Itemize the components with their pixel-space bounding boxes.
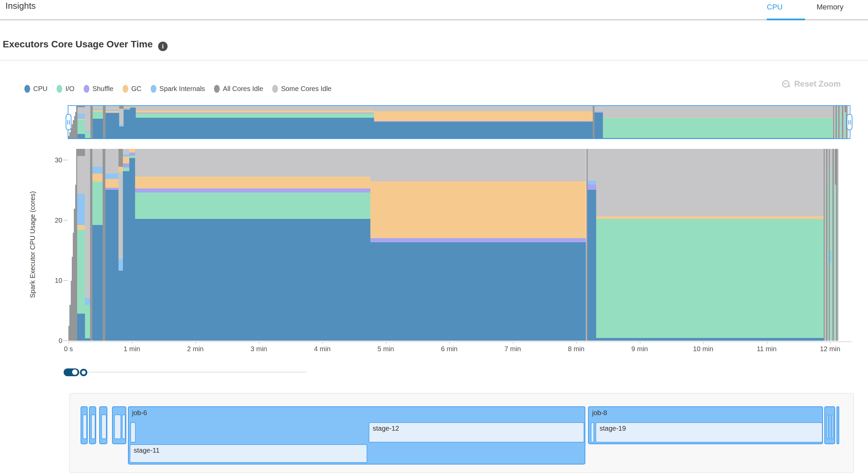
job-block[interactable]: [99, 406, 107, 444]
y-tick-label: 20: [42, 217, 62, 224]
x-tick-mark: [576, 342, 577, 344]
chart-segment-some_idle: [374, 106, 592, 111]
chart-segment-shuffle: [136, 113, 374, 113]
job-block[interactable]: [824, 406, 835, 444]
stage-block[interactable]: [130, 422, 136, 443]
chart-segment-cpu: [124, 110, 130, 138]
scrubber-knob[interactable]: [72, 369, 78, 375]
stage-block[interactable]: [832, 414, 834, 439]
x-tick-mark: [322, 342, 323, 344]
x-tick-label: 9 min: [631, 345, 648, 353]
chart-segment-io: [85, 305, 90, 338]
scrubber-handle[interactable]: [80, 369, 87, 376]
stage-block[interactable]: [591, 422, 594, 443]
job-block[interactable]: [837, 406, 839, 444]
chart-segment-some_idle: [119, 110, 124, 125]
legend-item-some_idle: Some Cores Idle: [272, 85, 331, 93]
chart-segment-gc: [130, 106, 136, 107]
info-icon[interactable]: i: [158, 42, 168, 51]
legend-label: All Cores Idle: [223, 85, 263, 93]
overview-plot: [68, 106, 850, 138]
x-tick-mark: [703, 342, 704, 344]
chart-segment-cpu: [119, 127, 124, 138]
stage-block-stage-19[interactable]: stage-19: [595, 422, 823, 443]
x-tick-label: 0 s: [64, 345, 73, 353]
tab-bar: CPUMemory: [763, 3, 865, 18]
legend-item-shuffle: Shuffle: [84, 85, 113, 93]
chart-segment-io: [93, 112, 103, 119]
x-tick-label: 6 min: [441, 345, 458, 353]
chart-segment-cpu: [594, 113, 603, 138]
chart-segment-gc: [370, 181, 586, 238]
chart-segment-all_idle: [90, 149, 92, 341]
chart-segment-cpu: [77, 314, 85, 341]
insights-page: Insights CPUMemory Executors Core Usage …: [0, 0, 868, 475]
reset-zoom-button[interactable]: Reset Zoom: [782, 79, 841, 89]
chart-segment-cpu: [603, 138, 833, 138]
stage-block[interactable]: [829, 414, 831, 439]
legend-item-io: I/O: [57, 85, 74, 93]
chart-segment-cpu: [105, 190, 118, 341]
legend-item-gc: GC: [123, 85, 142, 93]
stage-block[interactable]: [114, 414, 121, 439]
chart-segment-gc: [603, 117, 833, 118]
x-tick-mark: [513, 342, 514, 344]
chart-segment-gc: [124, 107, 130, 108]
tab-memory[interactable]: Memory: [817, 3, 843, 12]
brush-handle-left[interactable]: [66, 114, 71, 130]
x-tick-mark: [640, 342, 641, 344]
y-tick-label: 30: [42, 156, 62, 164]
stage-block-stage-11[interactable]: stage-11: [130, 444, 367, 463]
overview-brush-chart[interactable]: [68, 105, 850, 139]
chart-segment-some_idle: [838, 149, 839, 341]
tab-cpu[interactable]: CPU: [767, 3, 782, 12]
reset-zoom-label: Reset Zoom: [794, 79, 841, 89]
stage-block[interactable]: [826, 414, 828, 439]
y-tick-mark: [63, 340, 68, 341]
chart-segment-gc: [118, 167, 123, 172]
job-block-job-6[interactable]: job-6stage-12stage-11: [128, 406, 585, 465]
x-tick-label: 12 min: [820, 345, 840, 353]
chart-segment-gc: [93, 110, 103, 111]
job-block-job-8[interactable]: job-8stage-19: [588, 406, 823, 444]
chart-segment-some_idle: [77, 156, 85, 194]
chart-segment-cpu: [596, 338, 823, 341]
x-tick-label: 10 min: [693, 345, 713, 353]
chart-segment-io: [123, 167, 129, 171]
brush-handle-right[interactable]: [847, 114, 852, 130]
x-tick-label: 3 min: [251, 345, 267, 353]
page-title: Insights: [5, 1, 36, 11]
chart-segment-internals: [106, 110, 119, 111]
chart-segment-internals: [85, 298, 90, 304]
x-tick-mark: [259, 342, 260, 344]
chart-segment-io: [78, 120, 85, 134]
chart-segment-shuffle: [588, 184, 596, 190]
scrubber-track: [88, 372, 307, 372]
job-block[interactable]: [112, 406, 126, 444]
chart-segment-cpu: [130, 108, 136, 139]
job-block[interactable]: [89, 406, 96, 444]
chart-segment-io: [77, 230, 85, 314]
x-tick-mark: [386, 342, 387, 344]
stage-block-stage-12[interactable]: stage-12: [369, 422, 584, 443]
chart-segment-shuffle: [135, 188, 370, 193]
chart-segment-all_idle: [103, 149, 105, 341]
chart-segment-all_idle: [103, 106, 106, 138]
stage-block[interactable]: [91, 414, 95, 439]
chart-segment-internals: [85, 131, 90, 132]
x-tick-label: 7 min: [504, 345, 521, 353]
job-block[interactable]: [81, 406, 88, 444]
stage-block[interactable]: [122, 414, 126, 439]
stage-block[interactable]: [101, 414, 107, 439]
x-tick-label: 2 min: [187, 345, 204, 353]
chart-segment-internals: [588, 181, 596, 184]
legend-item-internals: Spark Internals: [151, 85, 205, 93]
stage-block[interactable]: [83, 414, 87, 439]
x-tick-mark: [830, 342, 831, 344]
chart-segment-io: [135, 193, 370, 219]
chart-segment-some_idle: [596, 149, 823, 216]
chart-segment-gc: [123, 157, 129, 163]
y-tick-label: 0: [42, 337, 62, 345]
job-label: job-8: [592, 409, 607, 417]
cpu-usage-area-chart[interactable]: [68, 149, 851, 341]
